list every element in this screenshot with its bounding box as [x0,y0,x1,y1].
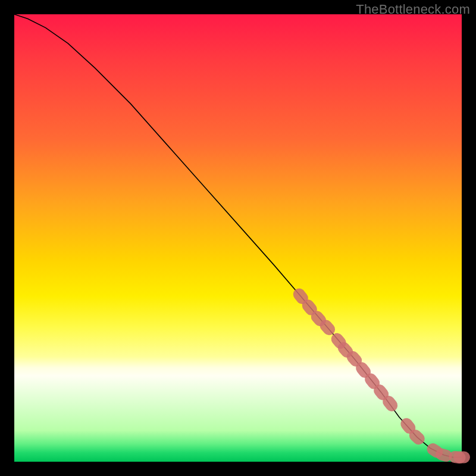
watermark-text: TheBottleneck.com [356,2,470,17]
chart-overlay [14,14,462,462]
marker-group [291,286,470,465]
chart-stage: TheBottleneck.com [0,0,476,476]
plot-area [14,14,462,462]
bottleneck-curve [14,14,462,458]
curve-marker [453,452,470,464]
